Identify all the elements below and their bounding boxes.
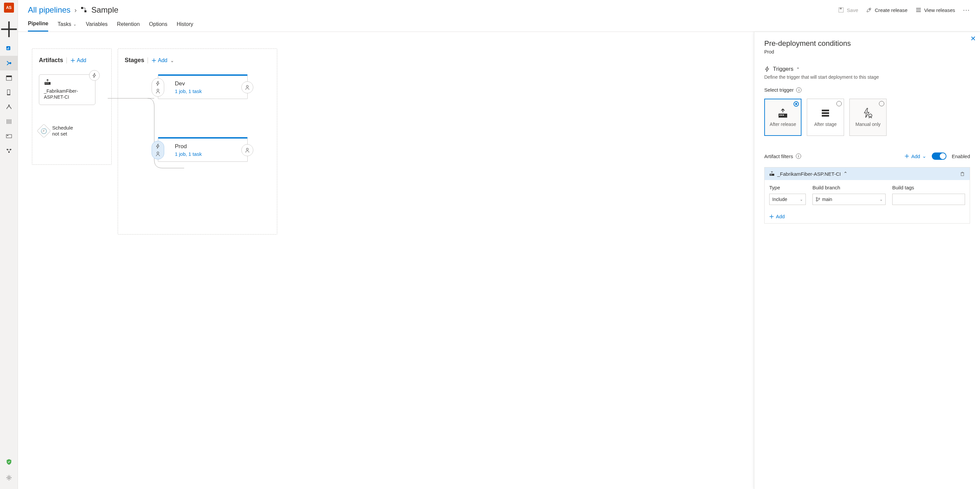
svg-point-14	[8, 477, 10, 479]
toggle-enabled-label: Enabled	[952, 154, 970, 159]
artifact-filters-toggle[interactable]	[932, 152, 947, 160]
svg-rect-5	[6, 76, 12, 77]
nav-connections-icon[interactable]	[0, 143, 18, 158]
artifact-card[interactable]: _FabrikamFiber-ASP.NET-CI	[39, 75, 95, 105]
tab-variables[interactable]: Variables	[86, 18, 108, 32]
svg-point-3	[9, 62, 11, 64]
post-deployment-conditions-button-dev[interactable]	[241, 81, 253, 93]
trigger-option-after-stage[interactable]: After stage	[807, 98, 844, 136]
triggers-section-toggle[interactable]: Triggers ⌃	[764, 66, 970, 72]
chevron-down-icon: ⌄	[880, 197, 883, 202]
stages-column: Stages Add ⌄ Dev	[118, 49, 277, 235]
nav-repos-icon[interactable]	[0, 85, 18, 100]
trigger-option-manual-only[interactable]: Manual only	[850, 98, 886, 136]
tab-tasks[interactable]: Tasks⌄	[57, 18, 76, 32]
svg-rect-31	[783, 114, 784, 116]
filter-tags-label: Build tags	[892, 185, 965, 191]
add-label: Add	[158, 57, 167, 64]
info-icon[interactable]: i	[796, 87, 802, 93]
svg-rect-22	[46, 83, 47, 83]
chevron-down-icon: ⌄	[800, 197, 803, 202]
trigger-after-stage-label: After stage	[814, 122, 837, 127]
svg-rect-18	[840, 8, 842, 9]
schedule-text: Schedule not set	[52, 125, 73, 137]
user-avatar[interactable]: AS	[4, 3, 14, 13]
toolbar: Save Create release View releases ···	[838, 6, 970, 14]
add-stage-button[interactable]: Add ⌄	[151, 57, 174, 64]
settings-icon[interactable]	[0, 470, 18, 485]
filter-type-select[interactable]: Include ⌄	[769, 194, 806, 205]
filter-branch-label: Build branch	[813, 185, 886, 191]
create-release-button[interactable]: Create release	[866, 7, 907, 13]
svg-point-8	[8, 105, 10, 106]
build-icon	[769, 171, 775, 176]
clock-icon: 🕘	[37, 124, 51, 138]
main-area: All pipelines › Sample Save Create relea…	[18, 0, 980, 489]
pre-deployment-conditions-button-dev[interactable]	[151, 78, 164, 97]
nav-compliance-icon[interactable]	[0, 454, 18, 469]
svg-rect-1	[7, 48, 8, 49]
pipeline-icon	[81, 6, 88, 13]
artifact-filter-item: _FabrikamFiber-ASP.NET-CI ⌃ Type Include…	[764, 167, 970, 224]
new-project-button[interactable]	[0, 22, 18, 37]
info-icon[interactable]: i	[796, 154, 801, 159]
stage-card-dev[interactable]: Dev 1 job, 1 task	[158, 75, 248, 99]
nav-dashboards-icon[interactable]	[0, 129, 18, 143]
tab-pipeline[interactable]: Pipeline	[28, 18, 48, 32]
add-artifact-button[interactable]: Add	[70, 57, 86, 64]
svg-rect-16	[84, 10, 86, 12]
add-row-label: Add	[776, 214, 785, 219]
trigger-option-after-release[interactable]: After release	[764, 98, 802, 136]
schedule-row[interactable]: 🕘 Schedule not set	[39, 125, 105, 137]
stage-dev-name: Dev	[175, 80, 241, 87]
tab-history[interactable]: History	[177, 18, 193, 32]
filter-artifact-name: _FabrikamFiber-ASP.NET-CI	[777, 171, 841, 177]
delete-filter-button[interactable]	[960, 171, 965, 176]
artifact-filters-label: Artifact filters	[764, 154, 793, 159]
svg-point-19	[869, 9, 870, 10]
tab-options[interactable]: Options	[149, 18, 167, 32]
svg-rect-23	[48, 83, 49, 83]
svg-rect-32	[822, 110, 829, 111]
nav-overview-icon[interactable]	[0, 41, 18, 56]
svg-point-26	[157, 152, 159, 154]
filter-branch-select[interactable]: main ⌄	[813, 194, 886, 205]
filter-tags-input[interactable]	[892, 194, 965, 205]
add-label: Add	[77, 57, 86, 64]
more-actions-button[interactable]: ···	[963, 6, 970, 14]
svg-rect-34	[822, 115, 829, 117]
add-filter-row-button[interactable]: Add	[765, 212, 970, 223]
triggers-description: Define the trigger that will start deplo…	[764, 75, 970, 80]
filter-type-label: Type	[769, 185, 806, 191]
stage-prod-name: Prod	[175, 143, 241, 150]
post-deployment-conditions-button-prod[interactable]	[241, 144, 253, 156]
nav-artifacts-icon[interactable]	[0, 114, 18, 129]
tab-tasks-label: Tasks	[57, 21, 71, 27]
tab-retention[interactable]: Retention	[117, 18, 140, 32]
pre-deployment-conditions-button-prod[interactable]	[151, 141, 164, 159]
create-release-label: Create release	[875, 7, 907, 13]
add-filter-button[interactable]: Add ⌄	[905, 153, 926, 159]
close-panel-button[interactable]: ✕	[970, 35, 976, 43]
breadcrumb-row: All pipelines › Sample Save Create relea…	[18, 0, 980, 14]
artifact-filter-header[interactable]: _FabrikamFiber-ASP.NET-CI ⌃	[765, 167, 970, 180]
chevron-down-icon: ⌄	[73, 22, 76, 27]
nav-boards-icon[interactable]	[0, 70, 18, 85]
nav-pipelines-icon[interactable]	[0, 56, 18, 70]
stage-prod-jobs-link[interactable]: 1 job, 1 task	[175, 151, 241, 157]
artifact-trigger-button[interactable]	[89, 70, 100, 81]
stage-card-prod[interactable]: Prod 1 job, 1 task	[158, 137, 248, 162]
save-label: Save	[847, 7, 858, 13]
left-nav-rail: AS	[0, 0, 18, 489]
panel-title: Pre-deployment conditions	[764, 39, 970, 48]
svg-rect-7	[7, 94, 10, 95]
svg-rect-21	[45, 83, 46, 83]
svg-rect-38	[771, 175, 772, 175]
breadcrumb-root-link[interactable]: All pipelines	[28, 5, 70, 14]
stage-dev-jobs-link[interactable]: 1 job, 1 task	[175, 88, 241, 94]
chevron-down-icon: ⌄	[922, 153, 926, 159]
build-icon	[44, 79, 91, 86]
artifacts-title: Artifacts	[39, 57, 63, 64]
nav-testplans-icon[interactable]	[0, 100, 18, 114]
view-releases-button[interactable]: View releases	[915, 7, 955, 13]
